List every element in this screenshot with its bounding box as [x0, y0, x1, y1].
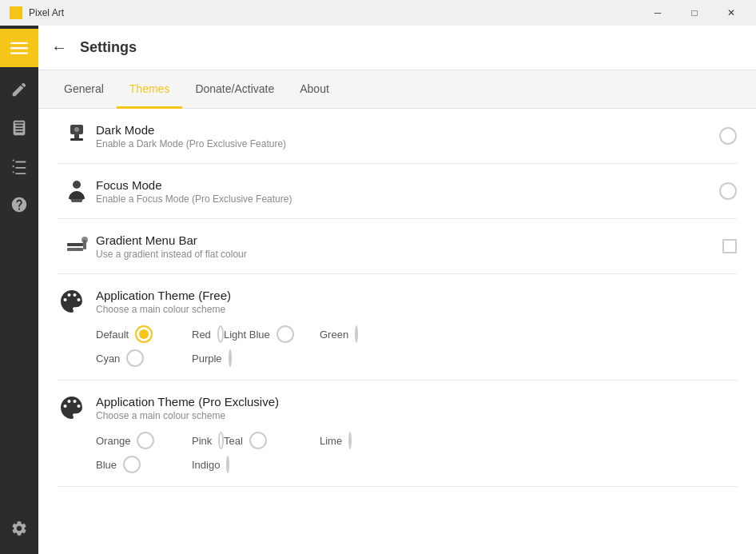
- app-theme-free-title: Application Theme (Free): [96, 289, 231, 302]
- palette-free-icon: [58, 287, 86, 316]
- theme-option-pink[interactable]: Pink: [192, 432, 224, 449]
- svg-rect-0: [10, 42, 28, 44]
- app-theme-free-section: Application Theme (Free) Choose a main c…: [58, 274, 737, 381]
- tab-general[interactable]: General: [51, 70, 117, 109]
- svg-rect-4: [74, 134, 79, 138]
- sidebar-bottom: [0, 509, 38, 554]
- focus-mode-icon: [58, 177, 96, 205]
- svg-rect-10: [67, 243, 83, 246]
- gradient-icon: [58, 232, 96, 261]
- svg-point-6: [74, 127, 79, 132]
- focus-mode-svg: [62, 177, 91, 205]
- theme-option-purple[interactable]: Purple: [192, 349, 224, 367]
- palette-svg: [58, 287, 86, 316]
- svg-rect-5: [70, 138, 83, 141]
- dark-mode-row: Dark Mode Enable a Dark Mode (Pro Exclus…: [58, 109, 737, 164]
- theme-radio-purple[interactable]: [229, 349, 232, 367]
- free-theme-options: Default Red Light Blue Green: [58, 325, 737, 367]
- theme-option-lime[interactable]: Lime: [320, 432, 352, 449]
- focus-mode-radio[interactable]: [719, 182, 737, 200]
- app-theme-free-desc: Choose a main colour scheme: [96, 304, 231, 315]
- dark-mode-desc: Enable a Dark Mode (Pro Exclusive Featur…: [96, 138, 719, 149]
- sidebar-item-edit[interactable]: [0, 70, 38, 109]
- gradient-checkbox[interactable]: [722, 239, 737, 253]
- help-icon: [10, 196, 28, 213]
- focus-mode-control[interactable]: [719, 182, 737, 200]
- dark-mode-svg: [62, 122, 91, 150]
- theme-option-lightblue[interactable]: Light Blue: [224, 325, 320, 343]
- theme-radio-orange[interactable]: [137, 432, 154, 449]
- minimize-button[interactable]: ─: [639, 0, 676, 26]
- gradient-text: Gradient Menu Bar Use a gradient instead…: [96, 233, 722, 260]
- sidebar-item-help[interactable]: [0, 185, 38, 224]
- dark-mode-radio[interactable]: [719, 127, 737, 145]
- app-theme-pro-text: Application Theme (Pro Exclusive) Choose…: [96, 395, 279, 421]
- theme-option-blue[interactable]: Blue: [96, 456, 192, 473]
- theme-radio-green[interactable]: [355, 325, 358, 343]
- tab-about[interactable]: About: [287, 70, 342, 109]
- app-theme-free-text: Application Theme (Free) Choose a main c…: [96, 289, 231, 315]
- focus-mode-desc: Enable a Focus Mode (Pro Exclusive Featu…: [96, 193, 719, 205]
- theme-radio-teal[interactable]: [249, 432, 267, 449]
- theme-radio-pink[interactable]: [218, 432, 224, 449]
- theme-radio-lightblue[interactable]: [277, 325, 294, 343]
- book-icon: [10, 119, 28, 137]
- gradient-desc: Use a gradient instead of flat colour: [96, 249, 722, 260]
- svg-rect-1: [10, 47, 28, 49]
- palette-pro-svg: [58, 393, 86, 422]
- main-content: Dark Mode Enable a Dark Mode (Pro Exclus…: [38, 109, 756, 554]
- theme-option-green[interactable]: Green: [320, 325, 352, 343]
- theme-radio-red[interactable]: [217, 325, 224, 343]
- tab-donate[interactable]: Donate/Activate: [182, 70, 287, 109]
- pro-theme-options: Orange Pink Teal Lime: [58, 432, 737, 473]
- gradient-title: Gradient Menu Bar: [96, 233, 722, 247]
- dark-mode-text: Dark Mode Enable a Dark Mode (Pro Exclus…: [96, 123, 719, 149]
- theme-option-indigo[interactable]: Indigo: [192, 456, 224, 473]
- close-button[interactable]: ✕: [713, 0, 750, 26]
- gradient-svg: [62, 232, 91, 261]
- page-title: Settings: [80, 39, 137, 56]
- focus-mode-row: Focus Mode Enable a Focus Mode (Pro Excl…: [58, 164, 737, 219]
- sidebar-item-book[interactable]: [0, 109, 38, 147]
- tabs: General Themes Donate/Activate About: [38, 70, 756, 109]
- palette-pro-icon: [58, 393, 86, 422]
- theme-option-orange[interactable]: Orange: [96, 432, 192, 449]
- app-icon: [10, 6, 22, 19]
- dark-mode-title: Dark Mode: [96, 123, 719, 137]
- theme-radio-cyan[interactable]: [126, 349, 144, 367]
- maximize-button[interactable]: □: [676, 0, 713, 26]
- settings-icon: [10, 520, 28, 537]
- sidebar-logo[interactable]: [0, 29, 38, 67]
- focus-mode-text: Focus Mode Enable a Focus Mode (Pro Excl…: [96, 178, 719, 205]
- header: ← Settings: [38, 26, 756, 70]
- gradient-control[interactable]: [722, 239, 737, 253]
- gradient-row: Gradient Menu Bar Use a gradient instead…: [58, 219, 737, 274]
- title-bar: Pixel Art ─ □ ✕: [0, 0, 756, 26]
- theme-radio-default[interactable]: [135, 325, 153, 343]
- theme-option-red[interactable]: Red: [192, 325, 224, 343]
- svg-marker-9: [70, 199, 83, 202]
- app-theme-pro-desc: Choose a main colour scheme: [96, 410, 279, 421]
- menu-icon: [10, 39, 28, 57]
- tasks-icon: [10, 157, 28, 175]
- app-theme-pro-title: Application Theme (Pro Exclusive): [96, 395, 279, 409]
- svg-rect-13: [83, 240, 86, 249]
- app-theme-free-header: Application Theme (Free) Choose a main c…: [58, 287, 737, 316]
- sidebar-item-settings[interactable]: [0, 509, 38, 548]
- dark-mode-control[interactable]: [719, 127, 737, 145]
- sidebar-item-tasks[interactable]: [0, 147, 38, 185]
- tab-themes[interactable]: Themes: [117, 70, 183, 109]
- svg-point-7: [73, 181, 81, 189]
- sidebar: [0, 26, 38, 554]
- theme-option-teal[interactable]: Teal: [224, 432, 320, 449]
- svg-rect-11: [67, 248, 83, 251]
- theme-radio-lime[interactable]: [348, 432, 352, 449]
- theme-radio-blue[interactable]: [123, 456, 141, 473]
- focus-mode-title: Focus Mode: [96, 178, 719, 192]
- app-name: Pixel Art: [29, 7, 64, 18]
- theme-option-cyan[interactable]: Cyan: [96, 349, 192, 367]
- theme-radio-indigo[interactable]: [226, 456, 229, 473]
- window-controls: ─ □ ✕: [639, 0, 750, 26]
- theme-option-default[interactable]: Default: [96, 325, 192, 343]
- back-button[interactable]: ←: [51, 38, 67, 57]
